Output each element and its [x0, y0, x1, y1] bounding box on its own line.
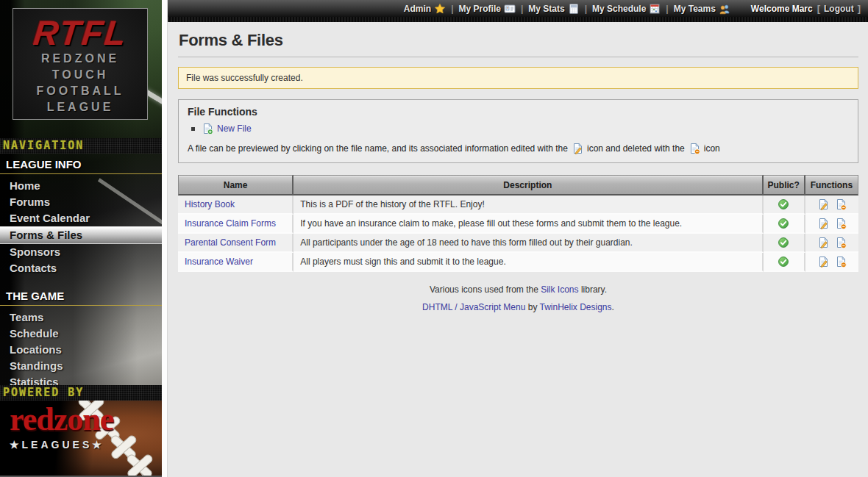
- file-name-link[interactable]: Insurance Waiver: [185, 257, 253, 267]
- column-header-name: Name: [178, 175, 294, 196]
- redzone-leagues-label: ★LEAGUES★: [10, 439, 104, 451]
- file-name-link[interactable]: History Book: [185, 199, 235, 209]
- sidebar-item-locations[interactable]: Locations: [0, 342, 162, 358]
- logout-link[interactable]: Logout: [824, 4, 854, 14]
- league-logo-line: FOOTBALL: [13, 83, 147, 99]
- league-logo-line: TOUCH: [13, 67, 147, 83]
- navigation-ribbon: NAVIGATION: [0, 138, 162, 154]
- menu-credit-line: DHTML / JavaScript Menu by TwinHelix Des…: [178, 302, 858, 312]
- new-file-link[interactable]: New File: [217, 123, 252, 134]
- page-title: Forms & Files: [179, 31, 858, 50]
- flash-message: File was successfully created.: [178, 67, 858, 89]
- star-icon: [434, 3, 446, 15]
- table-row: Insurance Waiver All players must sign t…: [178, 253, 858, 272]
- title-divider: [178, 57, 858, 57]
- nav-section-league-info: LEAGUE INFO: [0, 156, 162, 174]
- topbar: Admin | My Profile |: [168, 0, 868, 22]
- redzone-leagues-logo: redzone ★LEAGUES★: [0, 401, 162, 477]
- calendar-icon: [649, 3, 661, 15]
- edit-file-icon[interactable]: [817, 256, 829, 268]
- column-header-functions: Functions: [805, 175, 858, 196]
- sidebar-item-sponsors[interactable]: Sponsors: [0, 244, 162, 260]
- sidebar-item-standings[interactable]: Standings: [0, 358, 162, 374]
- table-row: History Book This is a PDF of the histor…: [178, 196, 858, 215]
- league-logo-line: LEAGUE: [13, 99, 147, 115]
- dhtml-menu-link[interactable]: DHTML / JavaScript Menu: [422, 302, 525, 312]
- silk-icons-link[interactable]: Silk Icons: [541, 284, 578, 295]
- delete-file-icon[interactable]: [835, 198, 847, 210]
- file-name-link[interactable]: Insurance Claim Forms: [185, 218, 276, 229]
- file-description: All participants under the age of 18 nee…: [294, 234, 763, 253]
- credits: Various icons used from the Silk Icons l…: [178, 284, 858, 312]
- bullet-icon: [191, 127, 195, 131]
- file-functions-help: A file can be previewed by clicking on t…: [188, 143, 849, 154]
- sidebar-nav: LEAGUE INFO Home Forums Event Calendar F…: [0, 156, 162, 390]
- icons-credit-line: Various icons used from the Silk Icons l…: [178, 284, 858, 295]
- sidebar-item-teams[interactable]: Teams: [0, 309, 162, 326]
- topbar-separator: |: [585, 4, 587, 14]
- topbar-separator: |: [666, 4, 668, 14]
- league-logo-line: REDZONE: [13, 51, 147, 67]
- public-check-icon: [778, 218, 789, 229]
- my-schedule-link[interactable]: My Schedule: [592, 3, 661, 15]
- calculator-icon: [568, 3, 580, 15]
- table-row: Parental Consent Form All participants u…: [178, 234, 858, 253]
- topbar-separator: |: [451, 4, 453, 14]
- my-stats-link[interactable]: My Stats: [528, 3, 579, 15]
- page-edit-icon: [572, 143, 583, 154]
- edit-file-icon[interactable]: [817, 218, 829, 229]
- sidebar-item-schedule[interactable]: Schedule: [0, 326, 162, 342]
- logout-bracket: ]: [858, 3, 861, 14]
- sidebar-item-home[interactable]: Home: [0, 178, 162, 194]
- topbar-separator: |: [521, 4, 523, 14]
- file-description: This is a PDF of the history of the RTFL…: [294, 196, 763, 215]
- league-logo-acronym: RTFL: [13, 15, 148, 51]
- public-check-icon: [778, 198, 789, 210]
- powered-by-ribbon: POWERED BY: [0, 385, 162, 401]
- twinhelix-link[interactable]: TwinHelix Designs: [540, 302, 612, 312]
- layout-gap: [162, 0, 168, 477]
- edit-file-icon[interactable]: [817, 198, 829, 210]
- page-add-icon[interactable]: [202, 123, 213, 135]
- main-column: Admin | My Profile |: [168, 0, 868, 477]
- column-header-description: Description: [294, 175, 763, 196]
- edit-file-icon[interactable]: [817, 237, 829, 248]
- sidebar: RTFL REDZONE TOUCH FOOTBALL LEAGUE NAVIG…: [0, 0, 162, 477]
- file-description: All players must sign this and submit it…: [294, 253, 763, 272]
- topbar-nav: Admin | My Profile |: [404, 3, 730, 15]
- content-area: Forms & Files File was successfully crea…: [168, 22, 868, 477]
- new-file-row: New File: [191, 123, 849, 135]
- admin-link[interactable]: Admin: [404, 3, 446, 15]
- welcome-user-label: Welcome Marc: [751, 4, 813, 14]
- nav-section-the-game: THE GAME: [0, 287, 162, 306]
- page-delete-icon: [689, 143, 700, 154]
- public-check-icon: [778, 237, 789, 248]
- delete-file-icon[interactable]: [835, 237, 847, 248]
- delete-file-icon[interactable]: [835, 218, 847, 229]
- page-root: RTFL REDZONE TOUCH FOOTBALL LEAGUE NAVIG…: [0, 0, 868, 477]
- table-row: Insurance Claim Forms If you have an ins…: [178, 215, 858, 234]
- league-logo: RTFL REDZONE TOUCH FOOTBALL LEAGUE: [13, 8, 148, 120]
- table-header-row: Name Description Public? Functions: [178, 175, 858, 196]
- redzone-wordmark: redzone: [10, 404, 113, 436]
- sidebar-item-forums[interactable]: Forums: [0, 194, 162, 210]
- sidebar-item-contacts[interactable]: Contacts: [0, 260, 162, 276]
- file-functions-title: File Functions: [188, 106, 849, 118]
- my-teams-link[interactable]: My Teams: [674, 3, 730, 15]
- sidebar-item-event-calendar[interactable]: Event Calendar: [0, 210, 162, 226]
- my-profile-link[interactable]: My Profile: [459, 3, 516, 15]
- vcard-icon: [504, 3, 516, 15]
- file-functions-panel: File Functions New File A file can be pr…: [178, 99, 858, 163]
- public-check-icon: [778, 256, 789, 268]
- files-table: Name Description Public? Functions Histo…: [178, 175, 858, 272]
- group-icon: [719, 3, 730, 15]
- delete-file-icon[interactable]: [835, 256, 847, 268]
- logout-bracket: [: [817, 3, 820, 14]
- column-header-public: Public?: [764, 175, 805, 196]
- file-name-link[interactable]: Parental Consent Form: [185, 237, 276, 248]
- file-description: If you have an insurance claim to make, …: [294, 215, 763, 234]
- sidebar-item-forms-files[interactable]: Forms & Files: [0, 226, 162, 244]
